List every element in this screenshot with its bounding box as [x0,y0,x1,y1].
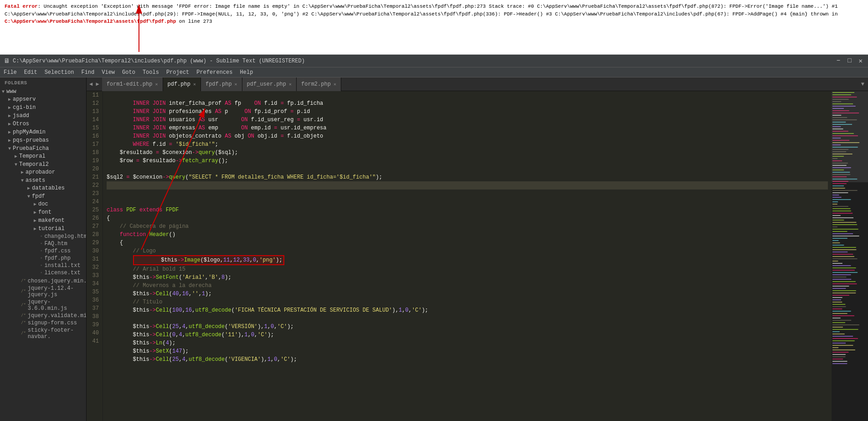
menu-file[interactable]: File [0,68,21,77]
line-numbers: 11 12 13 14 15 16 17 18 19 20 21 22 23 2… [87,91,103,421]
window-title: C:\AppServ\www\PruebaFicha\Temporal2\inc… [13,58,305,64]
window-controls: − □ ✕ [835,57,864,65]
window-icon: 🖥 [4,57,10,65]
error-area: Fatal error: Uncaught exception 'Excepti… [0,0,868,55]
error-label: Fatal error [5,4,38,9]
folder-makefont[interactable]: ▶makefont [32,216,86,225]
error-text: : Uncaught exception 'Exception' with me… [38,4,838,9]
folder-aprobador[interactable]: ▶aprobador [19,168,86,176]
tab-close-form1[interactable]: ✕ [155,82,158,87]
title-bar: 🖥 C:\AppServ\www\PruebaFicha\Temporal2\i… [0,55,868,67]
tab-pdf-php[interactable]: pdf.php ✕ [163,77,201,91]
menu-help[interactable]: Help [236,68,257,77]
maximize-button[interactable]: □ [846,57,853,65]
file-fpdf-css[interactable]: ◦fpdf.css [32,247,86,255]
tab-form1-edit[interactable]: form1-edit.php ✕ [102,77,163,91]
error-line-note: on line 273 [176,19,212,24]
code-content[interactable]: INNER JOIN inter_ficha_prof AS fp ON f.i… [103,91,832,421]
tab-close-fpdf[interactable]: ✕ [235,82,237,87]
folder-phpmyadmin[interactable]: ▶phpMyAdmin [6,128,86,136]
error-line2: C:\AppServ\www\PruebaFicha\Temporal2\inc… [5,11,838,17]
menu-preferences[interactable]: Preferences [193,68,236,77]
menu-tools[interactable]: Tools [139,68,163,77]
tab-nav-left[interactable]: ◀ ▶ [87,81,102,87]
menu-selection[interactable]: Selection [41,68,78,77]
tab-bar: ◀ ▶ form1-edit.php ✕ pdf.php ✕ fpdf.php … [87,77,868,91]
tab-overflow-button[interactable]: ▼ [858,81,868,87]
folder-temporal[interactable]: ▶Temporal [13,152,86,160]
close-button[interactable]: ✕ [857,57,864,65]
folder-datatables[interactable]: ▶datatables [26,184,86,192]
file-changelog[interactable]: ◦changelog.htm [32,233,86,240]
folder-font[interactable]: ▶font [32,208,86,216]
folder-www[interactable]: ▼ www ▶appserv ▶cgi-bin ▶jsadd ▶Otros [0,87,86,342]
folder-jsadd[interactable]: ▶jsadd [6,112,86,120]
error-path: C:\AppServ\www\PruebaFicha\Temporal2\ass… [5,19,176,24]
folder-fpdf[interactable]: ▼fpdf ▶doc ▶font [26,192,86,277]
menu-edit[interactable]: Edit [21,68,41,77]
code-editor[interactable]: 11 12 13 14 15 16 17 18 19 20 21 22 23 2… [87,91,868,421]
file-chosen-jquery[interactable]: /*chosen.jquery.min.js [19,277,86,285]
file-license[interactable]: ◦license.txt [32,269,86,277]
menu-find[interactable]: Find [77,68,98,77]
folder-appserv[interactable]: ▶appserv [6,95,86,103]
main-content: FOLDERS ▼ www ▶appserv ▶cgi-bin ▶jsadd [0,77,868,421]
tab-close-pdf[interactable]: ✕ [193,82,196,87]
tab-fpdf-php[interactable]: fpdf.php ✕ [201,77,242,91]
menu-goto[interactable]: Goto [118,68,139,77]
folder-temporal2[interactable]: ▼Temporal2 ▶aprobador ▼assets [13,160,86,341]
sublime-window: 🖥 C:\AppServ\www\PruebaFicha\Temporal2\i… [0,55,868,421]
minimize-button[interactable]: − [835,57,842,65]
file-jquery-124[interactable]: /*jquery-1.12.4-jquery.js [19,285,86,298]
folder-cgi-bin[interactable]: ▶cgi-bin [6,103,86,112]
editor-area: ◀ ▶ form1-edit.php ✕ pdf.php ✕ fpdf.php … [87,77,868,421]
tab-pdf-user[interactable]: pdf_user.php ✕ [242,77,297,91]
menu-view[interactable]: View [98,68,118,77]
title-left: 🖥 C:\AppServ\www\PruebaFicha\Temporal2\i… [4,57,305,65]
menu-bar: File Edit Selection Find View Goto Tools… [0,67,868,77]
folder-pqs-pruebas[interactable]: ▶pqs-pruebas [6,136,86,144]
folder-doc[interactable]: ▶doc [32,200,86,208]
tab-close-form2[interactable]: ✕ [334,82,336,87]
file-install[interactable]: ◦install.txt [32,262,86,269]
minimap [832,91,868,421]
file-fpdf-php[interactable]: ◦fpdf.php [32,255,86,262]
tab-form2[interactable]: form2.php ✕ [297,77,341,91]
file-jquery-validate[interactable]: /*jquery.validate.min.js [19,312,86,319]
folders-header: FOLDERS [0,77,86,87]
folder-prueba-ficha[interactable]: ▼PruebaFicha ▶Temporal ▼Temporal2 ▶aprob… [6,144,86,341]
folder-assets[interactable]: ▼assets ▶datatables ▼fpdf [19,176,86,277]
file-faq[interactable]: ◦FAQ.htm [32,240,86,247]
file-signup-form[interactable]: /*signup-form.css [19,319,86,327]
tab-close-pdf-user[interactable]: ✕ [289,82,292,87]
file-sticky-footer[interactable]: /*sticky-footer-navbar. [19,327,86,340]
folder-otros[interactable]: ▶Otros [6,120,86,128]
file-jquery-360[interactable]: /*jquery-3.6.0.min.js [19,298,86,312]
folder-tutorial[interactable]: ▶tutorial [32,225,86,233]
menu-project[interactable]: Project [163,68,193,77]
sidebar: FOLDERS ▼ www ▶appserv ▶cgi-bin ▶jsadd [0,77,87,421]
